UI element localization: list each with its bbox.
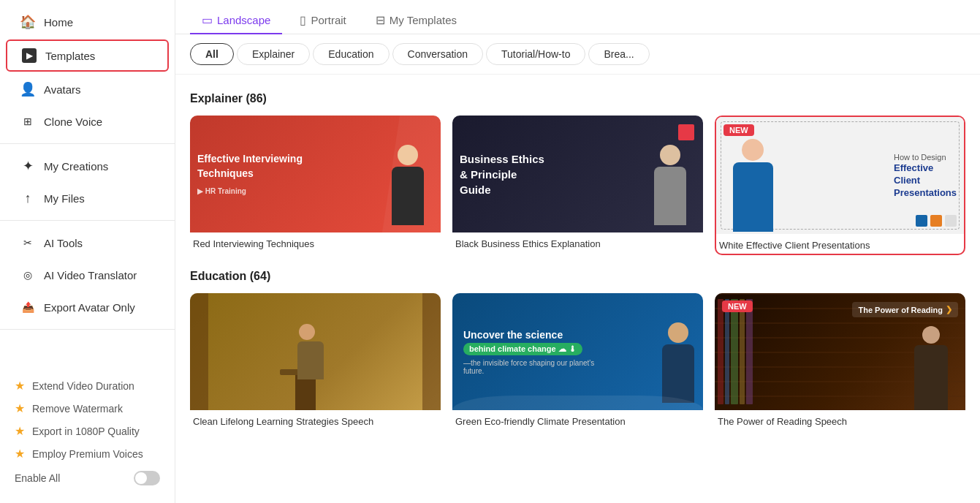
card-label-4: Clean Lifelong Learning Strategies Speec… [190,410,441,430]
library-text-overlay: The Power of Reading ❯ [852,302,958,317]
sidebar-item-templates[interactable]: ▶ Templates [6,39,169,72]
sidebar-label-ai-tools: AI Tools [44,237,83,249]
tab-portrait[interactable]: ▯ Portrait [288,7,357,34]
tab-my-templates[interactable]: ⊟ My Templates [364,7,468,34]
filter-all[interactable]: All [190,43,234,65]
card-label-5: Green Eco-friendly Climate Presentation [452,410,703,430]
ai-translator-icon: ◎ [20,268,35,282]
portrait-icon: ▯ [300,13,306,27]
new-badge-6: NEW [722,300,753,312]
star-icon-voices: ★ [15,447,25,461]
home-icon: 🏠 [20,15,35,29]
landscape-icon: ▭ [202,13,213,27]
star-icon-watermark: ★ [15,401,25,415]
tab-my-templates-label: My Templates [390,14,457,26]
sidebar-item-my-creations[interactable]: ✦ My Creations [6,151,169,181]
filter-breaking[interactable]: Brea... [588,43,649,65]
sidebar-extend-video[interactable]: ★ Extend Video Duration [0,374,175,397]
remove-watermark-label: Remove Watermark [32,403,123,415]
template-card-red-interviewing[interactable]: Effective InterviewingTechniques ▶ HR Tr… [190,116,441,255]
card-thumb-text-1: Effective InterviewingTechniques ▶ HR Tr… [197,152,303,196]
template-card-white-client[interactable]: NEW How to Design EffectiveClientPresent… [715,116,965,255]
card-label-2: Black Business Ethics Explanation [452,232,703,252]
card-label-3: White Effective Client Presentations [716,234,964,254]
section-title-education: Education (64) [190,270,965,283]
sidebar-label-clone-voice: Clone Voice [44,116,102,128]
sidebar-label-export-avatar-only: Export Avatar Only [44,301,135,314]
ai-tools-icon: ✂ [20,235,35,250]
export-1080p-label: Export in 1080P Quality [32,426,140,437]
template-card-green-climate[interactable]: Uncover the science behind climate chang… [452,293,703,430]
sidebar-item-avatars[interactable]: 👤 Avatars [6,75,169,104]
tabs-row: ▭ Landscape ▯ Portrait ⊟ My Templates [175,0,980,34]
avatar-icon: 👤 [20,82,35,97]
sidebar-label-templates: Templates [45,50,95,62]
premium-voices-label: Employ Premium Voices [32,448,143,460]
card-thumb-text-2: Business Ethics& PrincipleGuide [460,151,544,197]
sidebar-item-ai-video-translator[interactable]: ◎ AI Video Translator [6,260,169,290]
explainer-grid: Effective InterviewingTechniques ▶ HR Tr… [190,116,965,255]
color-swatches-3 [916,215,957,227]
sidebar-label-home: Home [44,16,73,29]
new-badge-3: NEW [723,124,754,136]
enable-all-row: Enable All [0,465,175,491]
card-thumb-text-3: How to Design EffectiveClientPresentatio… [894,152,957,200]
main-content: ▭ Landscape ▯ Portrait ⊟ My Templates Al… [175,0,980,503]
my-creations-icon: ✦ [20,159,35,173]
star-icon-1080p: ★ [15,424,25,438]
export-avatar-icon: 📤 [20,300,35,314]
section-title-explainer: Explainer (86) [190,92,965,105]
sidebar-label-ai-video-translator: AI Video Translator [44,269,137,281]
sidebar: 🏠 Home ▶ Templates 👤 Avatars ⊞ Clone Voi… [0,0,175,503]
sidebar-remove-watermark[interactable]: ★ Remove Watermark [0,397,175,420]
education-grid: Clean Lifelong Learning Strategies Speec… [190,293,965,430]
climate-overlay: Uncover the science behind climate chang… [463,328,601,375]
sidebar-item-export-avatar-only[interactable]: 📤 Export Avatar Only [6,292,169,322]
my-templates-icon: ⊟ [376,13,385,27]
sidebar-premium-voices[interactable]: ★ Employ Premium Voices [0,442,175,465]
sidebar-item-home[interactable]: 🏠 Home [6,7,169,37]
sidebar-item-clone-voice[interactable]: ⊞ Clone Voice [6,107,169,136]
my-files-icon: ↑ [20,191,35,205]
enable-all-toggle[interactable] [134,471,160,485]
person-1 [388,145,428,232]
sidebar-label-my-files: My Files [44,192,85,205]
sidebar-item-my-files[interactable]: ↑ My Files [6,184,169,213]
enable-all-label: Enable All [15,472,60,484]
tab-landscape[interactable]: ▭ Landscape [190,7,282,34]
filter-row: All Explainer Education Conversation Tut… [175,34,980,75]
content-area: Explainer (86) Effective InterviewingTec… [175,75,980,503]
card-label-6: The Power of Reading Speech [715,410,965,430]
templates-icon: ▶ [22,48,37,63]
template-card-black-business[interactable]: Business Ethics& PrincipleGuide Black Bu… [452,116,703,255]
sidebar-label-my-creations: My Creations [44,160,108,173]
tab-portrait-label: Portrait [311,14,346,26]
sidebar-label-avatars: Avatars [44,83,81,96]
sidebar-item-ai-tools[interactable]: ✂ AI Tools [6,228,169,257]
person-2 [650,145,691,232]
template-card-power-reading[interactable]: NEW The Power of Rea [715,293,965,430]
filter-education[interactable]: Education [313,43,389,65]
sidebar-export-1080p[interactable]: ★ Export in 1080P Quality [0,420,175,442]
clone-voice-icon: ⊞ [20,114,35,129]
star-icon-extend: ★ [15,379,25,393]
card-label-1: Red Interviewing Techniques [190,232,441,252]
tab-landscape-label: Landscape [217,14,270,26]
filter-conversation[interactable]: Conversation [392,43,484,65]
extend-video-label: Extend Video Duration [32,380,134,392]
filter-tutorial[interactable]: Tutorial/How-to [486,43,585,65]
filter-explainer[interactable]: Explainer [237,43,310,65]
template-card-clean-learning[interactable]: Clean Lifelong Learning Strategies Speec… [190,293,441,430]
